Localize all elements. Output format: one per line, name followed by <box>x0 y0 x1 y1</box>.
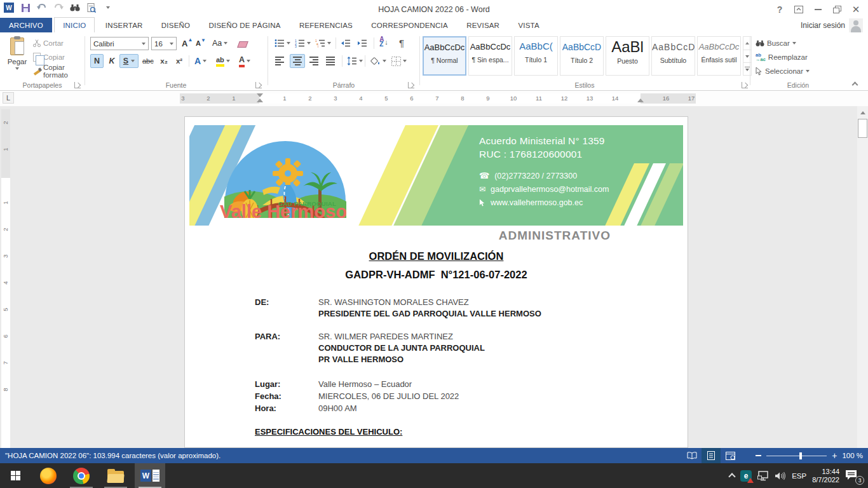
tab-insertar[interactable]: INSERTAR <box>97 18 151 33</box>
style-titulo-1[interactable]: AaBbC( Título 1 <box>514 36 558 76</box>
borders-button[interactable] <box>390 54 408 68</box>
start-button[interactable] <box>0 463 31 488</box>
vertical-ruler[interactable]: 2112345678 <box>1 109 10 448</box>
grow-font-button[interactable]: A▲ <box>180 36 194 50</box>
style-normal[interactable]: AaBbCcDc ¶ Normal <box>423 36 466 76</box>
align-left-button[interactable] <box>273 54 286 68</box>
sort-button[interactable]: AZ↓ <box>377 35 390 49</box>
zoom-level[interactable]: 100 % <box>842 452 863 459</box>
styles-dialog-launcher[interactable] <box>742 82 748 88</box>
clipboard-dialog-launcher[interactable] <box>74 82 81 88</box>
zoom-slider-thumb[interactable] <box>799 452 802 459</box>
bullets-button[interactable] <box>273 36 292 50</box>
font-dialog-launcher[interactable] <box>255 82 262 88</box>
italic-button[interactable]: K <box>105 54 118 68</box>
style-subtitulo[interactable]: AaBbCcD Subtítulo <box>651 36 695 76</box>
tab-selector-button[interactable]: L <box>3 92 14 104</box>
tab-diseno[interactable]: DISEÑO <box>153 18 198 33</box>
read-mode-button[interactable] <box>682 448 702 463</box>
chevron-down-icon <box>15 67 19 70</box>
collapse-ribbon-button[interactable] <box>853 83 859 86</box>
increase-indent-button[interactable] <box>356 36 369 50</box>
vertical-scrollbar[interactable] <box>857 106 868 448</box>
strikethrough-button[interactable]: abc <box>141 54 155 68</box>
speaker-icon[interactable] <box>775 471 786 480</box>
copy-button[interactable]: Copiar <box>33 50 65 64</box>
superscript-button[interactable]: x² <box>173 54 186 68</box>
subscript-button[interactable]: x₂ <box>158 54 170 68</box>
horizontal-ruler[interactable]: 32112345678910111213141617 <box>180 93 696 104</box>
sign-in-control[interactable]: Iniciar sesión <box>801 18 863 32</box>
first-line-indent-marker[interactable] <box>257 93 263 97</box>
style-titulo-2[interactable]: AaBbCcD Título 2 <box>560 36 604 76</box>
shading-button[interactable] <box>369 54 388 68</box>
clock[interactable]: 13:44 8/7/2022 <box>812 468 839 484</box>
replace-button[interactable]: ab→ac Reemplazar <box>756 50 808 64</box>
title-bar: W HOJA CAMION 2022 06 - Word ? ✕ <box>0 0 868 19</box>
underline-button[interactable]: S <box>119 54 139 68</box>
phone-icon: ☎ <box>479 171 489 180</box>
action-center-button[interactable]: 3 <box>845 470 862 482</box>
line-spacing-button[interactable] <box>346 54 364 68</box>
scroll-up-button[interactable] <box>858 107 867 118</box>
language-indicator[interactable]: ESP <box>792 472 806 480</box>
text-effects-button[interactable]: A <box>193 54 208 68</box>
tab-diseno-de-pagina[interactable]: DISEÑO DE PÁGINA <box>201 18 289 33</box>
eset-tray-icon[interactable]: e <box>740 470 752 482</box>
tab-correspondencia[interactable]: CORRESPONDENCIA <box>363 18 456 33</box>
show-marks-button[interactable]: ¶ <box>395 36 408 50</box>
format-painter-button[interactable]: Copiar formato <box>33 64 85 78</box>
font-family-combo[interactable]: Calibri <box>90 37 149 50</box>
help-button[interactable]: ? <box>770 1 789 18</box>
scissors-icon <box>33 39 41 47</box>
print-layout-button[interactable] <box>702 448 721 463</box>
clear-formatting-button[interactable] <box>236 36 249 50</box>
align-right-button[interactable] <box>308 54 320 68</box>
web-layout-button[interactable] <box>721 448 740 463</box>
minimize-button[interactable] <box>808 1 827 18</box>
numbering-button[interactable]: 123 <box>294 36 312 50</box>
taskbar-word[interactable]: W <box>135 463 165 488</box>
ribbon-display-options-button[interactable] <box>789 1 808 18</box>
zoom-in-button[interactable]: + <box>832 451 837 460</box>
style-sin-espaciado[interactable]: AaBbCcDc ¶ Sin espa... <box>468 36 512 76</box>
document-page[interactable]: Valle Hermoso GAD PARROQUIAL Acuerdo Min… <box>184 116 688 448</box>
shrink-font-button[interactable]: A▼ <box>194 36 207 50</box>
change-case-button[interactable]: Aa <box>211 36 229 50</box>
tab-revisar[interactable]: REVISAR <box>458 18 508 33</box>
scrollbar-thumb[interactable] <box>858 119 867 138</box>
tab-vista[interactable]: VISTA <box>510 18 547 33</box>
right-indent-marker[interactable] <box>637 98 644 102</box>
find-menu-button[interactable]: Buscar <box>756 36 796 50</box>
taskbar-file-explorer[interactable] <box>100 463 131 488</box>
tray-expand-button[interactable] <box>728 473 735 480</box>
tab-referencias[interactable]: REFERENCIAS <box>291 18 361 33</box>
decrease-indent-button[interactable] <box>339 36 352 50</box>
style-puesto[interactable]: AaBl Puesto <box>606 36 649 76</box>
highlight-button[interactable]: ab <box>215 54 231 68</box>
paragraph-dialog-launcher[interactable] <box>408 82 414 88</box>
select-button[interactable]: Seleccionar <box>756 64 810 78</box>
paste-button[interactable]: Pegar <box>3 35 32 77</box>
style-enfasis-sutil[interactable]: AaBbCcDc Énfasis sutil <box>697 36 741 76</box>
font-color-button[interactable]: A <box>238 54 252 68</box>
network-icon[interactable] <box>757 471 769 481</box>
tab-inicio[interactable]: INICIO <box>54 17 95 32</box>
justify-button[interactable] <box>324 54 337 68</box>
cut-button[interactable]: Cortar <box>33 36 64 50</box>
close-button[interactable]: ✕ <box>846 1 865 18</box>
zoom-out-button[interactable] <box>756 455 761 456</box>
divider <box>342 55 342 67</box>
restore-button[interactable] <box>827 1 846 18</box>
character-count[interactable]: "HOJA CAMION 2022 06": 103.994 caractere… <box>5 448 220 463</box>
bold-button[interactable]: N <box>90 54 104 68</box>
font-size-combo[interactable]: 16 <box>151 37 177 50</box>
align-center-button[interactable] <box>290 54 305 68</box>
taskbar-chrome[interactable] <box>66 463 97 488</box>
zoom-slider[interactable] <box>766 456 827 456</box>
taskbar-firefox[interactable] <box>33 463 64 488</box>
hanging-indent-marker[interactable] <box>257 98 263 102</box>
tab-archivo[interactable]: ARCHIVO <box>0 18 52 33</box>
multilevel-list-button[interactable]: 1ai <box>314 36 332 50</box>
web-layout-icon <box>726 452 735 460</box>
